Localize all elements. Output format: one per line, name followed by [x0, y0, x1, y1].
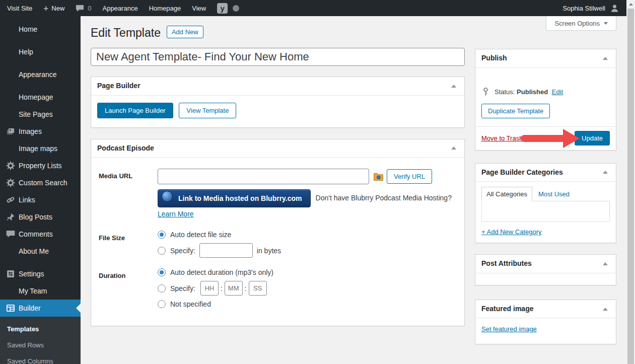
- submenu-item-saved-rows[interactable]: Saved Rows: [0, 337, 81, 353]
- submenu-item-saved-columns[interactable]: Saved Columns: [0, 353, 81, 364]
- colon-separator: :: [245, 284, 247, 293]
- duration-mm-input[interactable]: [225, 281, 243, 296]
- not-specified-radio[interactable]: [158, 300, 166, 308]
- sidebar-item-label: My Team: [19, 287, 47, 295]
- homepage-menu[interactable]: Homepage: [149, 5, 181, 12]
- current-item-arrow: [76, 304, 81, 313]
- set-featured-image-link[interactable]: Set featured image: [481, 325, 537, 333]
- auto-detect-file-size-radio[interactable]: [158, 231, 166, 239]
- page-builder-categories-panel: Page Builder Categories All Categories M…: [475, 163, 616, 244]
- sidebar-item-homepage[interactable]: Homepage: [0, 89, 81, 106]
- sidebar-item-images[interactable]: Images: [0, 123, 81, 140]
- panel-title: Page Builder: [97, 81, 140, 91]
- submenu-item-templates[interactable]: Templates: [0, 321, 81, 337]
- post-attributes-panel: Post Attributes: [475, 254, 616, 285]
- learn-more-link[interactable]: Learn More: [158, 210, 194, 218]
- user-icon[interactable]: [610, 4, 619, 13]
- comment-bubble-icon: [76, 5, 84, 12]
- not-specified-label: Not specified: [170, 300, 211, 308]
- scrollbar-thumb[interactable]: [627, 9, 634, 364]
- new-menu[interactable]: + New: [43, 4, 64, 13]
- admin-bar: Visit Site + New 0 Appearance Homepage V…: [0, 0, 626, 16]
- collapse-toggle-icon[interactable]: [451, 85, 456, 88]
- status-label: Status:: [495, 88, 517, 96]
- sidebar-item-label: Builder: [19, 304, 41, 312]
- sidebar-item-builder[interactable]: Builder: [0, 300, 81, 317]
- collapse-toggle-icon[interactable]: [603, 57, 608, 60]
- new-menu-label: New: [51, 5, 64, 12]
- sliders-icon: [6, 269, 16, 279]
- blubrry-link-button[interactable]: Link to Media hosted on Blubrry.com: [158, 189, 311, 207]
- scroll-up-icon: [629, 3, 633, 6]
- collapse-toggle-icon[interactable]: [451, 147, 456, 150]
- panel-title: Post Attributes: [481, 259, 532, 269]
- link-icon: [6, 195, 16, 205]
- page-title: Edit Template: [91, 26, 161, 40]
- duration-hh-input[interactable]: [200, 281, 219, 296]
- edit-status-link[interactable]: Edit: [552, 88, 563, 96]
- sidebar-item-label: About Me: [19, 247, 49, 255]
- visit-site-link[interactable]: Visit Site: [7, 5, 32, 12]
- add-new-category-link[interactable]: + Add New Category: [481, 228, 542, 236]
- sidebar-item-appearance[interactable]: Appearance: [0, 66, 81, 83]
- sidebar-item-label: Comments: [19, 230, 53, 238]
- folder-browse-icon[interactable]: [373, 172, 384, 181]
- status-value: Published: [517, 88, 548, 96]
- comment-count: 0: [88, 5, 91, 12]
- tab-all-categories[interactable]: All Categories: [481, 187, 532, 201]
- specify-file-size-radio[interactable]: [158, 247, 166, 255]
- add-new-button[interactable]: Add New: [167, 26, 203, 38]
- view-menu[interactable]: View: [192, 5, 206, 12]
- specify-label: Specify:: [170, 247, 195, 255]
- screen-options-tab[interactable]: Screen Options: [546, 16, 616, 31]
- auto-detect-duration-radio[interactable]: [158, 268, 166, 276]
- sidebar-item-about-me[interactable]: About Me: [0, 243, 81, 260]
- tab-most-used[interactable]: Most Used: [532, 187, 576, 201]
- gear-icon: [6, 178, 16, 188]
- comment-icon: [6, 229, 16, 239]
- sidebar-item-custom-search[interactable]: Custom Search: [0, 174, 81, 191]
- move-to-trash-link[interactable]: Move to Trash: [481, 134, 523, 142]
- sidebar-item-image-maps[interactable]: Image maps: [0, 140, 81, 157]
- collapse-toggle-icon[interactable]: [603, 262, 608, 265]
- podcast-episode-panel: Podcast Episode Media URL Verify URL Lin…: [91, 139, 465, 327]
- in-bytes-label: in bytes: [257, 247, 281, 255]
- sidebar-item-comments[interactable]: Comments: [0, 226, 81, 243]
- update-button[interactable]: Update: [575, 131, 610, 145]
- vertical-scrollbar[interactable]: [626, 0, 635, 364]
- colon-separator: :: [221, 284, 223, 293]
- gear-icon: [6, 161, 16, 171]
- sidebar-item-links[interactable]: Links: [0, 191, 81, 208]
- appearance-menu[interactable]: Appearance: [103, 5, 138, 12]
- duplicate-template-button[interactable]: Duplicate Template: [481, 104, 550, 118]
- scroll-up-button[interactable]: [626, 0, 635, 9]
- builder-table-icon: [6, 303, 16, 313]
- sidebar-item-site-pages[interactable]: Site Pages: [0, 106, 81, 123]
- sidebar-item-settings[interactable]: Settings: [0, 265, 81, 282]
- sidebar-item-home[interactable]: Home: [0, 21, 81, 38]
- admin-sidebar: Home Help Appearance Homepage Site Pages…: [0, 16, 81, 364]
- sidebar-item-label: Settings: [19, 270, 44, 278]
- template-title-input[interactable]: [91, 48, 465, 66]
- images-icon: [6, 126, 16, 136]
- specify-duration-radio[interactable]: [158, 284, 166, 293]
- chevron-down-icon: [604, 22, 608, 25]
- duration-ss-input[interactable]: [249, 281, 267, 296]
- view-template-button[interactable]: View Template: [179, 103, 236, 118]
- blubrry-hosting-text: Don't have Blubrry Podcast Media Hosting…: [316, 194, 452, 202]
- launch-page-builder-button[interactable]: Launch Page Builder: [97, 103, 173, 118]
- account-name[interactable]: Sophia Stilwell: [562, 5, 605, 12]
- sidebar-item-my-team[interactable]: My Team: [0, 282, 81, 300]
- verify-url-button[interactable]: Verify URL: [387, 169, 432, 184]
- screen-options-label: Screen Options: [554, 20, 600, 27]
- file-size-input[interactable]: [199, 243, 253, 258]
- pushpin-icon: [6, 212, 16, 222]
- sidebar-item-help[interactable]: Help: [0, 43, 81, 60]
- comments-bubble[interactable]: 0: [76, 5, 91, 12]
- collapse-toggle-icon[interactable]: [603, 171, 608, 174]
- media-url-input[interactable]: [158, 169, 369, 184]
- sidebar-item-blog-posts[interactable]: Blog Posts: [0, 208, 81, 226]
- sidebar-item-property-lists[interactable]: Property Lists: [0, 157, 81, 174]
- collapse-toggle-icon[interactable]: [603, 308, 608, 311]
- yoast-seo-icon[interactable]: y: [217, 3, 228, 14]
